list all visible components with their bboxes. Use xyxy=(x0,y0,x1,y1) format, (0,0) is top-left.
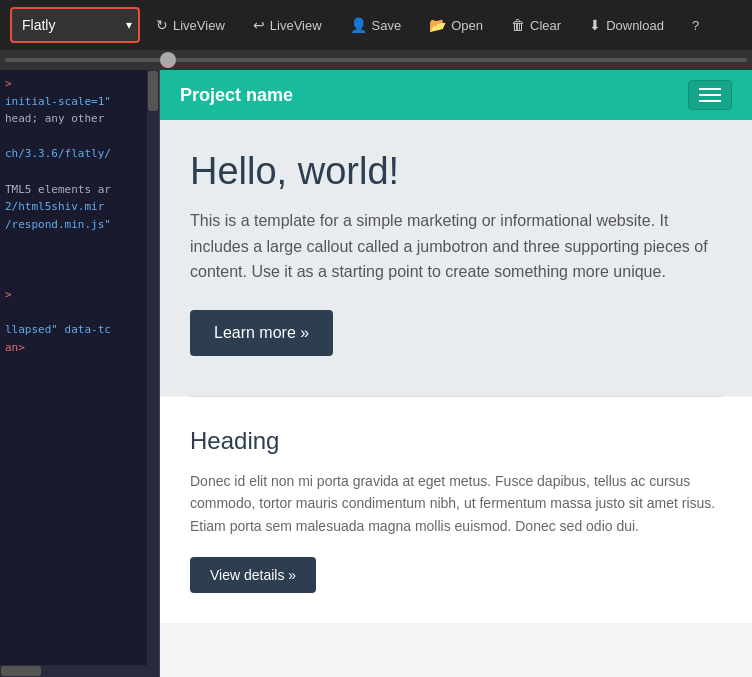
refresh-icon: ↻ xyxy=(156,17,168,33)
code-line: initial-scale=1" xyxy=(5,93,133,111)
open-button[interactable]: 📂 Open xyxy=(417,7,495,43)
scroll-strip xyxy=(0,50,752,70)
code-line xyxy=(5,251,133,269)
section-text-1: Donec id elit non mi porta gravida at eg… xyxy=(190,470,722,537)
save-button[interactable]: 👤 Save xyxy=(338,7,414,43)
code-line xyxy=(5,163,133,181)
code-line xyxy=(5,304,133,322)
liveview-icon: ↩ xyxy=(253,17,265,33)
code-line: TML5 elements ar xyxy=(5,181,133,199)
jumbotron-title: Hello, world! xyxy=(190,150,722,193)
preview-panel: Project name Hello, world! This is a tem… xyxy=(160,70,752,677)
help-button[interactable]: ? xyxy=(680,7,711,43)
view-details-button[interactable]: View details » xyxy=(190,557,316,593)
top-navbar: Flatly Cerulean Cosmo Cyborg Darkly Jour… xyxy=(0,0,752,50)
code-editor-content[interactable]: > initial-scale=1" head; any other ch/3.… xyxy=(0,70,148,665)
liveview-refresh-label: LiveView xyxy=(173,18,225,33)
code-panel: > initial-scale=1" head; any other ch/3.… xyxy=(0,70,160,677)
horizontal-scroll-thumb[interactable] xyxy=(1,666,41,676)
hamburger-line-3 xyxy=(699,100,721,102)
download-icon: ⬇ xyxy=(589,17,601,33)
hamburger-line-1 xyxy=(699,88,721,90)
open-icon: 📂 xyxy=(429,17,446,33)
code-line xyxy=(5,269,133,287)
vertical-scroll-thumb[interactable] xyxy=(148,71,158,111)
code-line: 2/html5shiv.mir xyxy=(5,198,133,216)
download-button[interactable]: ⬇ Download xyxy=(577,7,676,43)
section-heading-1: Heading xyxy=(190,427,722,455)
preview-navbar: Project name xyxy=(160,70,752,120)
clear-icon: 🗑 xyxy=(511,17,525,33)
code-line: llapsed" data-tc xyxy=(5,321,133,339)
hamburger-button[interactable] xyxy=(688,80,732,110)
liveview-button[interactable]: ↩ LiveView xyxy=(241,7,334,43)
code-line: > xyxy=(5,286,133,304)
help-icon: ? xyxy=(692,18,699,33)
code-line: head; any other xyxy=(5,110,133,128)
horizontal-scrollbar[interactable] xyxy=(0,665,147,677)
theme-select[interactable]: Flatly Cerulean Cosmo Cyborg Darkly Jour… xyxy=(10,7,140,43)
code-line: /respond.min.js" xyxy=(5,216,133,234)
code-line: an> xyxy=(5,339,133,357)
clear-label: Clear xyxy=(530,18,561,33)
code-line: ch/3.3.6/flatly/ xyxy=(5,145,133,163)
hamburger-line-2 xyxy=(699,94,721,96)
theme-select-wrapper: Flatly Cerulean Cosmo Cyborg Darkly Jour… xyxy=(10,7,140,43)
preview-brand: Project name xyxy=(180,85,293,106)
clear-button[interactable]: 🗑 Clear xyxy=(499,7,573,43)
download-label: Download xyxy=(606,18,664,33)
liveview-label: LiveView xyxy=(270,18,322,33)
jumbotron-text: This is a template for a simple marketin… xyxy=(190,208,722,285)
jumbotron: Hello, world! This is a template for a s… xyxy=(160,120,752,396)
open-label: Open xyxy=(451,18,483,33)
code-line: > xyxy=(5,75,133,93)
vertical-scrollbar[interactable] xyxy=(147,70,159,677)
scroll-track[interactable] xyxy=(5,58,747,62)
code-line xyxy=(5,128,133,146)
content-section-1: Heading Donec id elit non mi porta gravi… xyxy=(160,397,752,623)
learn-more-button[interactable]: Learn more » xyxy=(190,310,333,356)
save-icon: 👤 xyxy=(350,17,367,33)
main-layout: > initial-scale=1" head; any other ch/3.… xyxy=(0,70,752,677)
scroll-thumb[interactable] xyxy=(160,52,176,68)
save-label: Save xyxy=(372,18,402,33)
liveview-refresh-button[interactable]: ↻ LiveView xyxy=(144,7,237,43)
code-line xyxy=(5,233,133,251)
